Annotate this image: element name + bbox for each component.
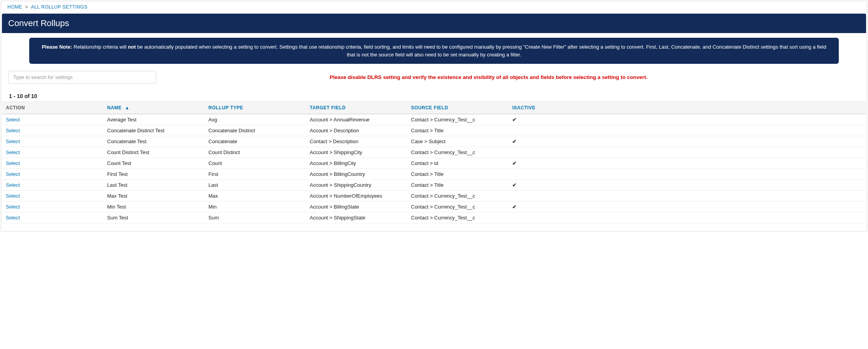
cell-isactive: ✔ (508, 158, 866, 169)
cell-name: Max Test (103, 191, 205, 202)
check-icon: ✔ (512, 139, 517, 144)
cell-source-field: Contact > Currency_Test__c (407, 114, 508, 125)
col-action: ACTION (2, 102, 103, 114)
search-input[interactable] (8, 71, 156, 84)
cell-target-field: Account > Description (306, 125, 407, 136)
col-source-field[interactable]: SOURCE FIELD (407, 102, 508, 114)
cell-rollup-type: Max (205, 191, 306, 202)
cell-rollup-type: First (205, 169, 306, 180)
cell-target-field: Account > BillingState (306, 202, 407, 212)
cell-source-field: Contact > Currency_Test__c (407, 191, 508, 202)
cell-target-field: Account > ShippingState (306, 212, 407, 223)
cell-target-field: Account > AnnualRevenue (306, 114, 407, 125)
cell-source-field: Contact > Title (407, 125, 508, 136)
cell-rollup-type: Avg (205, 114, 306, 125)
table-row: SelectConcatenate Distinct TestConcatena… (2, 125, 866, 136)
warning-message: Please disable DLRS setting and verify t… (156, 74, 860, 80)
cell-source-field: Contact > id (407, 158, 508, 169)
table-row: SelectFirst TestFirstAccount > BillingCo… (2, 169, 866, 180)
col-name-label: NAME (107, 105, 122, 110)
table-row: SelectAverage TestAvgAccount > AnnualRev… (2, 114, 866, 125)
col-source-field-label: SOURCE FIELD (411, 105, 448, 110)
cell-rollup-type: Concatenate Distinct (205, 125, 306, 136)
cell-name: Concatenate Distinct Test (103, 125, 205, 136)
cell-isactive (508, 147, 866, 158)
select-link[interactable]: Select (6, 128, 20, 133)
note-prefix: Please Note: (42, 44, 72, 50)
col-rollup-type[interactable]: ROLLUP TYPE (205, 102, 306, 114)
settings-table: ACTION NAME ▲ ROLLUP TYPE TARGET FIELD S… (2, 102, 866, 223)
cell-isactive: ✔ (508, 136, 866, 147)
cell-name: First Test (103, 169, 205, 180)
select-link[interactable]: Select (6, 182, 20, 188)
cell-name: Min Test (103, 202, 205, 212)
note-not: not (128, 44, 136, 50)
cell-source-field: Contact > Currency_Test__c (407, 147, 508, 158)
breadcrumb-current[interactable]: ALL ROLLUP SETTINGS (31, 4, 88, 10)
cell-target-field: Account > NumberOfEmployees (306, 191, 407, 202)
select-link[interactable]: Select (6, 139, 20, 144)
breadcrumb-sep-icon: > (25, 4, 28, 10)
cell-rollup-type: Concatenate (205, 136, 306, 147)
cell-isactive (508, 125, 866, 136)
cell-target-field: Account > ShippingCity (306, 147, 407, 158)
col-target-field-label: TARGET FIELD (310, 105, 346, 110)
check-icon: ✔ (512, 117, 517, 123)
breadcrumb-home[interactable]: HOME (7, 4, 22, 10)
table-row: SelectMax TestMaxAccount > NumberOfEmplo… (2, 191, 866, 202)
breadcrumb: HOME > ALL ROLLUP SETTINGS (1, 1, 867, 13)
cell-target-field: Account > ShippingCountry (306, 180, 407, 191)
cell-name: Last Test (103, 180, 205, 191)
note-banner: Please Note: Relationship criteria will … (29, 38, 839, 64)
cell-source-field: Contact > Currency_Test__c (407, 212, 508, 223)
cell-rollup-type: Last (205, 180, 306, 191)
check-icon: ✔ (512, 182, 517, 188)
col-target-field[interactable]: TARGET FIELD (306, 102, 407, 114)
col-isactive-label: ISACTIVE (512, 105, 535, 110)
cell-source-field: Contact > Currency_Test__c (407, 202, 508, 212)
table-row: SelectSum TestSumAccount > ShippingState… (2, 212, 866, 223)
table-row: SelectConcatenate TestConcatenateContact… (2, 136, 866, 147)
cell-target-field: Contact > Description (306, 136, 407, 147)
cell-name: Average Test (103, 114, 205, 125)
cell-name: Count Test (103, 158, 205, 169)
col-rollup-type-label: ROLLUP TYPE (208, 105, 243, 110)
table-row: SelectCount Distinct TestCount DistinctA… (2, 147, 866, 158)
check-icon: ✔ (512, 204, 517, 210)
sort-asc-icon: ▲ (125, 105, 129, 110)
select-link[interactable]: Select (6, 215, 20, 221)
select-link[interactable]: Select (6, 149, 20, 155)
note-text-1: Relationship criteria will (72, 44, 128, 50)
select-link[interactable]: Select (6, 204, 20, 210)
table-row: SelectMin TestMinAccount > BillingStateC… (2, 202, 866, 212)
cell-isactive: ✔ (508, 114, 866, 125)
cell-isactive (508, 212, 866, 223)
cell-source-field: Contact > Title (407, 180, 508, 191)
cell-name: Sum Test (103, 212, 205, 223)
col-name[interactable]: NAME ▲ (103, 102, 205, 114)
settings-table-wrap: ACTION NAME ▲ ROLLUP TYPE TARGET FIELD S… (2, 102, 866, 223)
table-row: SelectLast TestLastAccount > ShippingCou… (2, 180, 866, 191)
cell-rollup-type: Sum (205, 212, 306, 223)
cell-isactive (508, 191, 866, 202)
select-link[interactable]: Select (6, 160, 20, 166)
cell-source-field: Contact > Title (407, 169, 508, 180)
page-title: Convert Rollups (2, 14, 866, 33)
cell-source-field: Case > Subject (407, 136, 508, 147)
cell-isactive: ✔ (508, 180, 866, 191)
select-link[interactable]: Select (6, 193, 20, 199)
cell-rollup-type: Min (205, 202, 306, 212)
cell-isactive: ✔ (508, 202, 866, 212)
cell-target-field: Account > BillingCity (306, 158, 407, 169)
note-text-2: be automatically populated when selectin… (136, 44, 826, 58)
table-row: SelectCount TestCountAccount > BillingCi… (2, 158, 866, 169)
cell-rollup-type: Count (205, 158, 306, 169)
select-link[interactable]: Select (6, 117, 20, 123)
cell-isactive (508, 169, 866, 180)
cell-name: Count Distinct Test (103, 147, 205, 158)
cell-name: Concatenate Test (103, 136, 205, 147)
cell-rollup-type: Count Distinct (205, 147, 306, 158)
check-icon: ✔ (512, 160, 517, 166)
col-isactive[interactable]: ISACTIVE (508, 102, 866, 114)
select-link[interactable]: Select (6, 171, 20, 177)
